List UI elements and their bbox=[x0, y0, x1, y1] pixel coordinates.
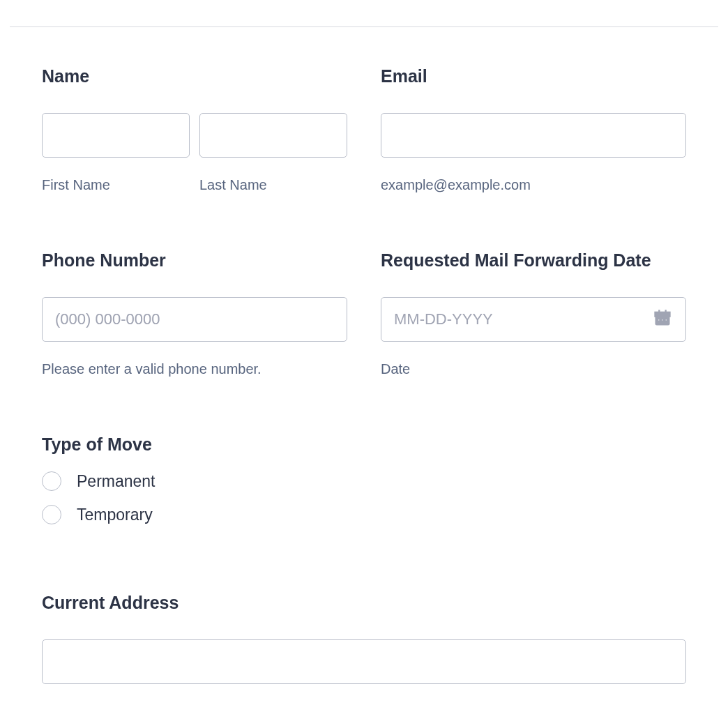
phone-input[interactable] bbox=[42, 297, 347, 342]
radio-circle-icon bbox=[42, 471, 61, 491]
date-sublabel: Date bbox=[381, 361, 686, 377]
first-name-wrap: First Name bbox=[42, 113, 190, 193]
radio-permanent-label: Permanent bbox=[77, 472, 156, 491]
type-move-section: Type of Move Permanent Temporary bbox=[42, 434, 686, 524]
phone-sublabel: Please enter a valid phone number. bbox=[42, 361, 347, 377]
form-container: Name First Name Last Name Email example@… bbox=[0, 27, 728, 705]
row-name-email: Name First Name Last Name Email example@… bbox=[42, 66, 686, 193]
radio-temporary-label: Temporary bbox=[77, 506, 153, 524]
current-address-label: Current Address bbox=[42, 593, 686, 613]
radio-temporary[interactable]: Temporary bbox=[42, 505, 686, 524]
email-field-group: Email example@example.com bbox=[381, 66, 686, 193]
name-inputs: First Name Last Name bbox=[42, 113, 347, 193]
name-label: Name bbox=[42, 66, 347, 86]
radio-permanent[interactable]: Permanent bbox=[42, 471, 686, 491]
first-name-sublabel: First Name bbox=[42, 177, 190, 193]
date-label: Requested Mail Forwarding Date bbox=[381, 250, 686, 271]
street-address-wrap: Street Address bbox=[42, 639, 686, 705]
type-move-label: Type of Move bbox=[42, 434, 686, 455]
type-move-radio-group: Permanent Temporary bbox=[42, 471, 686, 524]
name-field-group: Name First Name Last Name bbox=[42, 66, 347, 193]
last-name-sublabel: Last Name bbox=[199, 177, 347, 193]
last-name-input[interactable] bbox=[199, 113, 347, 158]
email-label: Email bbox=[381, 66, 686, 86]
date-field-group: Requested Mail Forwarding Date Date bbox=[381, 250, 686, 377]
first-name-input[interactable] bbox=[42, 113, 190, 158]
last-name-wrap: Last Name bbox=[199, 113, 347, 193]
radio-circle-icon bbox=[42, 505, 61, 524]
current-address-section: Current Address Street Address bbox=[42, 593, 686, 705]
phone-field-group: Phone Number Please enter a valid phone … bbox=[42, 250, 347, 377]
email-input[interactable] bbox=[381, 113, 686, 158]
phone-label: Phone Number bbox=[42, 250, 347, 271]
row-phone-date: Phone Number Please enter a valid phone … bbox=[42, 250, 686, 377]
email-sublabel: example@example.com bbox=[381, 177, 686, 193]
date-input-wrap bbox=[381, 297, 686, 342]
address-inputs: Street Address bbox=[42, 639, 686, 705]
street-address-input[interactable] bbox=[42, 639, 686, 684]
date-input[interactable] bbox=[381, 297, 686, 342]
